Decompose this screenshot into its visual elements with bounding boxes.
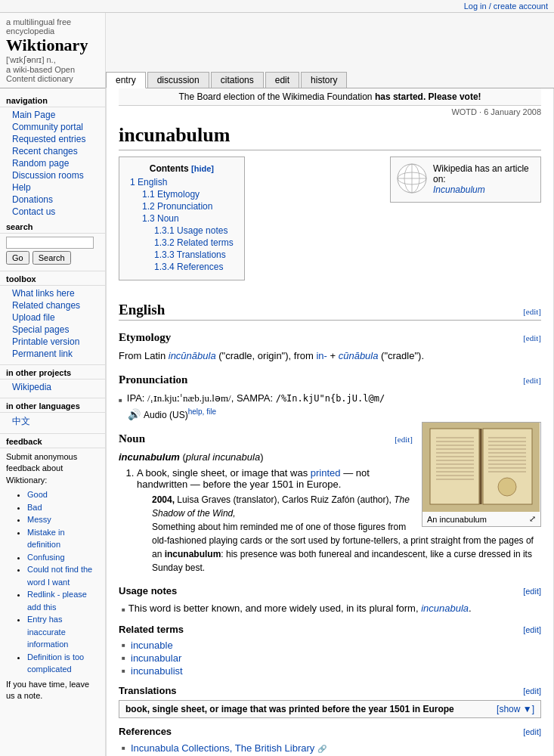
search-input[interactable] xyxy=(6,237,94,249)
ref-british-library: Incunabula Collections, The British Libr… xyxy=(119,741,541,755)
etymology-edit[interactable]: [edit] xyxy=(523,333,541,342)
toolbox-printable[interactable]: Printable version xyxy=(12,336,79,347)
related-incunable: incunable xyxy=(119,639,541,652)
toc-item-etymology[interactable]: 1.1 Etymology xyxy=(142,189,234,200)
audio-label: Audio (US)help, file xyxy=(144,407,216,420)
notice-text: The Board election of the Wikimedia Foun… xyxy=(178,91,481,102)
nav-main-page[interactable]: Main Page xyxy=(12,110,55,120)
translations-edit[interactable]: [edit] xyxy=(523,686,541,696)
incunabula-link[interactable]: incunabula xyxy=(421,603,469,614)
toc-item-usage[interactable]: 1.3.1 Usage notes xyxy=(154,225,234,236)
nav-community[interactable]: Community portal xyxy=(12,122,83,132)
wotd: WOTD · 6 January 2008 xyxy=(119,106,541,118)
toc-item-pronunciation[interactable]: 1.2 Pronunciation xyxy=(142,201,234,212)
toc-item-english[interactable]: 1 English xyxy=(130,177,234,187)
wikipedia-box: Wikipedia has an article on: Incunabulum xyxy=(390,156,541,203)
audio-help-link[interactable]: help xyxy=(188,407,203,416)
feedback-inaccurate[interactable]: Entry has inaccurate information xyxy=(27,613,99,651)
wp-text: Wikipedia has an article on: Incunabulum xyxy=(433,163,534,195)
noun-edit[interactable]: [edit] xyxy=(395,435,413,444)
toc-item-translations[interactable]: 1.3.3 Translations xyxy=(154,249,234,260)
toolbox-upload[interactable]: Upload file xyxy=(12,312,55,323)
toc-item-related[interactable]: 1.3.2 Related terms xyxy=(154,237,234,248)
search-section-title: search xyxy=(0,219,105,234)
feedback-confusing[interactable]: Confusing xyxy=(27,551,99,564)
related-terms-edit[interactable]: [edit] xyxy=(523,625,541,634)
feedback-good[interactable]: Good xyxy=(27,488,99,501)
search-button[interactable]: Search xyxy=(32,251,71,265)
tab-discussion[interactable]: discussion xyxy=(147,72,209,88)
translations-show[interactable]: [show ▼] xyxy=(497,704,534,714)
english-heading: English [edit] xyxy=(119,297,541,321)
pronunciation-heading: Pronunciation [edit] xyxy=(119,369,541,388)
etymology-in-link[interactable]: in- xyxy=(316,350,327,361)
audio-file-link[interactable]: file xyxy=(206,407,216,416)
toolbox-what-links[interactable]: What links here xyxy=(12,288,75,299)
ipa-label: IPA: /ˌɪn.kjuːˈnæb.ju.ləm/, SAMPA: /%In.… xyxy=(127,392,385,404)
svg-rect-6 xyxy=(430,429,479,504)
toolbox-title: toolbox xyxy=(0,271,105,286)
usage-notes-heading: Usage notes [edit] xyxy=(119,582,541,598)
related-terms-heading: Related terms [edit] xyxy=(119,621,541,637)
etymology-cunabula-link[interactable]: cūnābula xyxy=(339,350,379,361)
references-heading: References [edit] xyxy=(119,723,541,739)
nav-contact[interactable]: Contact us xyxy=(12,206,55,217)
wp-logo xyxy=(397,163,427,196)
toc-item-noun[interactable]: 1.3 Noun xyxy=(142,213,234,224)
noun-heading: Noun [edit] xyxy=(119,428,413,447)
ipa-line: ■ IPA: /ˌɪn.kjuːˈnæb.ju.ləm/, SAMPA: /%I… xyxy=(119,391,541,406)
pronunciation-edit[interactable]: [edit] xyxy=(523,376,541,385)
tab-entry[interactable]: entry xyxy=(106,72,146,88)
page-title: incunabulum xyxy=(119,118,541,150)
book-image: An incunabulum ⤢ xyxy=(422,422,541,527)
book-caption: An incunabulum xyxy=(427,515,487,524)
toolbox-special[interactable]: Special pages xyxy=(12,324,69,335)
references-edit[interactable]: [edit] xyxy=(523,727,541,736)
other-chinese[interactable]: 中文 xyxy=(12,416,30,426)
svg-point-31 xyxy=(498,478,516,496)
feedback-title: feedback xyxy=(0,433,105,448)
site-encyclopedia: a multilingual free encyclopedia xyxy=(6,17,99,36)
tab-citations[interactable]: citations xyxy=(211,72,264,88)
toc-hide[interactable]: [hide] xyxy=(191,164,214,173)
usage-text: ■ This word is better known, and more wi… xyxy=(119,600,541,616)
toc-box: Contents [hide] 1 English 1.1 Etymology … xyxy=(119,156,245,280)
other-wikipedia[interactable]: Wikipedia xyxy=(12,382,51,392)
translations-heading: Translations [edit] xyxy=(119,682,541,698)
nav-random[interactable]: Random page xyxy=(12,158,69,169)
feedback-notfound[interactable]: Could not find the word I want xyxy=(27,563,99,588)
related-incunabular: incunabular xyxy=(119,652,541,665)
etymology-latin-link[interactable]: incūnābula xyxy=(169,350,216,361)
feedback-messy[interactable]: Messy xyxy=(27,513,99,526)
nav-recent[interactable]: Recent changes xyxy=(12,146,78,156)
nav-help[interactable]: Help xyxy=(12,182,31,193)
site-ipa: ['wɪkʃənrɪ] n., xyxy=(6,55,99,65)
wp-article-link[interactable]: Incunabulum xyxy=(433,184,485,195)
toolbox-related-changes[interactable]: Related changes xyxy=(12,300,80,311)
site-subtitle2: Content dictionary xyxy=(6,74,99,83)
english-edit[interactable]: [edit] xyxy=(523,307,541,316)
toc-item-references[interactable]: 1.3.4 References xyxy=(154,262,234,272)
feedback-redlink[interactable]: Redlink - please add this xyxy=(27,588,99,613)
usage-notes-edit[interactable]: [edit] xyxy=(523,587,541,596)
go-button[interactable]: Go xyxy=(6,251,29,265)
expand-icon[interactable]: ⤢ xyxy=(529,514,536,524)
speaker-icon: 🔊 xyxy=(128,408,141,420)
tab-edit[interactable]: edit xyxy=(265,72,299,88)
etymology-text: From Latin incūnābula ("cradle, origin")… xyxy=(119,349,541,363)
nav-requested[interactable]: Requested entries xyxy=(12,134,85,144)
nav-list: Main Page Community portal Requested ent… xyxy=(0,107,105,219)
login-link[interactable]: Log in / create account xyxy=(464,2,548,11)
toolbox-permanent[interactable]: Permanent link xyxy=(12,349,73,359)
feedback-bad[interactable]: Bad xyxy=(27,501,99,514)
related-list: incunable incunabular incunabulist xyxy=(119,639,541,677)
nav-discussion[interactable]: Discussion rooms xyxy=(12,170,84,181)
feedback-mistake[interactable]: Mistake in definition xyxy=(27,526,99,551)
nav-section-title: navigation xyxy=(0,93,105,107)
other-languages-title: in other languages xyxy=(0,398,105,413)
nav-donations[interactable]: Donations xyxy=(12,194,53,205)
printed-link[interactable]: printed xyxy=(311,467,341,479)
topbar: Log in / create account xyxy=(0,0,554,13)
feedback-complicated[interactable]: Definition is too complicated xyxy=(27,651,99,676)
tab-history[interactable]: history xyxy=(301,72,347,88)
